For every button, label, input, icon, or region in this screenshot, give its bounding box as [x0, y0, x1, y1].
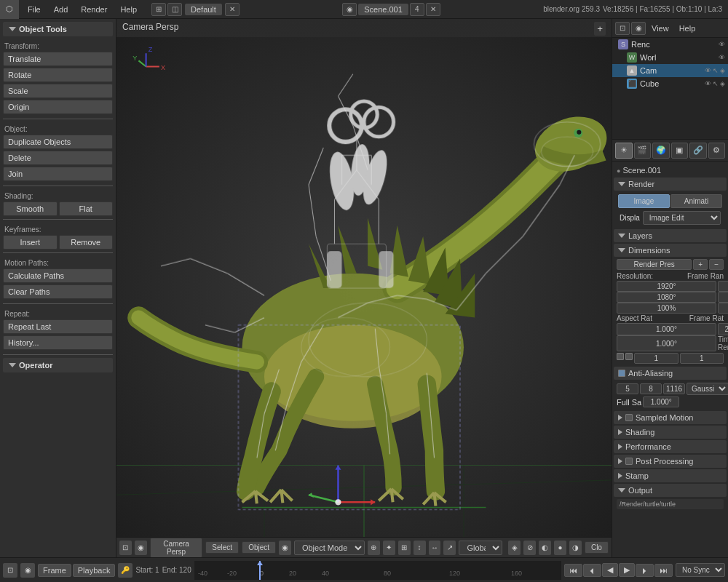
snap2-icon[interactable]: ⊞ [398, 541, 411, 555]
smooth-button[interactable]: Smooth [3, 202, 58, 216]
viewport[interactable]: Camera Persp + [116, 19, 612, 557]
jump-end-button[interactable]: ⏭ [654, 564, 673, 577]
operator-section-header[interactable]: Operator [3, 358, 113, 372]
aspect-x-input[interactable] [617, 323, 716, 335]
layers-header[interactable]: Layers [614, 229, 727, 242]
close-viewport-button[interactable]: Clo [585, 541, 609, 554]
origin-button[interactable]: Origin [3, 100, 113, 114]
stamp-header[interactable]: Stamp [614, 469, 727, 482]
sync-select[interactable]: No Sync [676, 563, 725, 577]
scene-name-top[interactable]: Scene.001 [358, 4, 408, 15]
sampled-checkbox[interactable] [625, 414, 633, 421]
object-menu-button[interactable]: Object [242, 541, 276, 554]
outliner-item-cube[interactable]: ⬛ Cube 👁 ↖ ◈ [612, 77, 728, 90]
overlay-icon[interactable]: ⊘ [523, 541, 536, 555]
fullsa-input[interactable] [643, 396, 679, 407]
modifier-icon[interactable]: ⚙ [708, 143, 726, 159]
repeat-last-button[interactable]: Repeat Last [3, 319, 113, 334]
post-processing-header[interactable]: Post Processing [614, 455, 727, 468]
fra-input[interactable] [718, 303, 728, 314]
eye-icon3[interactable]: 👁 [705, 67, 711, 74]
eye-icon2[interactable]: 👁 [719, 54, 725, 61]
aspect-y-input[interactable] [617, 335, 716, 351]
select-menu-button[interactable]: Select [205, 541, 239, 554]
insert-button[interactable]: Insert [3, 235, 58, 250]
aa-type-select[interactable]: Gaussi [687, 383, 728, 395]
clear-paths-button[interactable]: Clear Paths [3, 284, 113, 299]
anim-tab[interactable]: Animati [670, 194, 722, 208]
jump-start-button[interactable]: ⏮ [564, 564, 582, 577]
viewport-mat-icon[interactable]: ◑ [569, 541, 582, 555]
sampled-motion-header[interactable]: Sampled Motion [614, 411, 727, 424]
fps-select[interactable]: 24 fps [718, 323, 728, 335]
output-path[interactable]: /Render/turtle/turtle [617, 499, 724, 509]
right-view-btn[interactable]: ⊡ [615, 22, 630, 35]
shading-props-header[interactable]: Shading [614, 426, 727, 439]
keying-icon[interactable]: 🔑 [118, 563, 132, 578]
outliner-item-worl[interactable]: W Worl 👁 [612, 51, 728, 64]
join-button[interactable]: Join [3, 167, 113, 181]
frame-num2-input[interactable] [680, 353, 724, 364]
constraints-icon[interactable]: 🔗 [689, 143, 707, 159]
transform-select[interactable]: Global [459, 541, 502, 555]
frame-count[interactable]: 4 [410, 3, 424, 16]
mode-select[interactable]: Object Mode [294, 541, 365, 555]
frame-label-btn[interactable]: Frame [38, 564, 71, 577]
timeline-area[interactable]: -40 -20 0 20 40 80 120 160 200 240 280 [194, 561, 561, 580]
viewport-maximize-button[interactable]: + [594, 22, 606, 36]
menu-render[interactable]: Render [75, 4, 113, 15]
scene-add[interactable]: ✕ [426, 3, 440, 16]
image-tab[interactable]: Image [618, 194, 670, 208]
rotate-button[interactable]: Rotate [3, 68, 113, 82]
play-button[interactable]: ▶ [619, 563, 635, 577]
eye-icon4[interactable]: 👁 [705, 80, 711, 87]
pivot-icon[interactable]: ⊕ [368, 541, 380, 555]
manip3-icon[interactable]: ↗ [443, 541, 456, 555]
timeline-icon2[interactable]: ◉ [20, 563, 35, 578]
frame-num-input[interactable] [634, 353, 678, 364]
eye-icon[interactable]: 👁 [719, 41, 725, 48]
viewport-solid-icon[interactable]: ● [554, 541, 566, 555]
snap-icon[interactable]: ✦ [383, 541, 395, 555]
play-reverse-button[interactable]: ◀ [602, 563, 618, 577]
menu-help[interactable]: Help [114, 4, 143, 15]
add-preset-button[interactable]: + [693, 259, 708, 270]
end-frame-input[interactable] [718, 292, 728, 303]
menu-file[interactable]: File [22, 4, 47, 15]
layout-name[interactable]: Default [185, 4, 222, 15]
dimensions-header[interactable]: Dimensions [614, 244, 727, 257]
remove-preset-button[interactable]: − [709, 259, 724, 270]
outliner-item-cam[interactable]: ▲ Cam 👁 ↖ ◈ [612, 64, 728, 77]
aa-val3-input[interactable] [663, 383, 685, 394]
next-frame-button[interactable]: ⏵ [636, 564, 654, 577]
duplicate-button[interactable]: Duplicate Objects [3, 135, 113, 149]
manip-icon[interactable]: ↕ [414, 541, 426, 555]
aa-val1-input[interactable] [617, 383, 638, 394]
aa-checkbox[interactable] [618, 370, 625, 377]
checkbox2[interactable] [625, 353, 633, 360]
manip2-icon[interactable]: ↔ [429, 541, 441, 555]
remove-button[interactable]: Remove [59, 235, 114, 250]
object-props-icon[interactable]: ▣ [671, 143, 689, 159]
viewport-icon1[interactable]: ⊡ [119, 541, 132, 555]
output-header[interactable]: Output [614, 484, 727, 497]
view-menu-button[interactable]: Camera Persp [150, 538, 203, 558]
scale-button[interactable]: Scale [3, 84, 113, 98]
scene-props-icon[interactable]: 🎬 [634, 143, 652, 159]
render-section-header[interactable]: Render [614, 178, 727, 191]
right-help-label[interactable]: Help [675, 23, 700, 34]
render-props-icon[interactable]: ☀ [615, 143, 633, 159]
viewport-shading-icon[interactable]: ◐ [539, 541, 551, 555]
right-view-label[interactable]: View [647, 23, 673, 34]
render-cam-icon[interactable]: ◈ [720, 67, 725, 74]
res-pct-input[interactable] [617, 303, 716, 314]
playback-btn[interactable]: Playback [73, 564, 116, 577]
render-preset-button[interactable]: Render Pres [617, 259, 692, 270]
performance-header[interactable]: Performance [614, 440, 727, 453]
prev-frame-button[interactable]: ⏴ [583, 564, 601, 577]
aa-val2-input[interactable] [640, 383, 662, 394]
render-icon[interactable]: ◈ [508, 541, 521, 555]
history-button[interactable]: History... [3, 335, 113, 350]
delete-button[interactable]: Delete [3, 151, 113, 165]
right-icon1[interactable]: ◉ [631, 22, 646, 35]
